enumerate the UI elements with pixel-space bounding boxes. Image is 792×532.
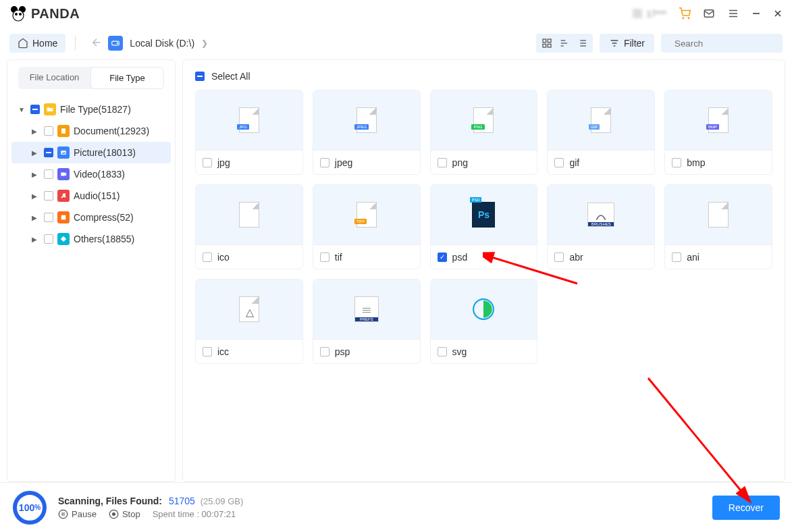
format-card-jpg[interactable]: JPGjpg [195,90,303,175]
format-card-psd[interactable]: PsPSDpsd [430,184,538,269]
format-checkbox[interactable] [672,158,681,167]
format-card-icc[interactable]: icc [195,279,303,364]
stop-button[interactable]: Stop [109,509,140,519]
format-checkbox[interactable] [320,158,329,167]
format-checkbox[interactable] [320,252,329,262]
tab-file-location[interactable]: File Location [18,67,90,89]
checkbox[interactable] [44,148,53,157]
pause-button[interactable]: Pause [58,509,97,519]
tab-file-type[interactable]: File Type [90,67,164,89]
filter-icon [609,38,620,49]
filter-label: Filter [624,38,645,49]
format-checkbox[interactable] [438,347,447,356]
format-checkbox[interactable] [672,252,681,262]
format-card-gif[interactable]: GIFgif [547,90,655,175]
svg-point-42 [64,196,66,198]
sidebar: File Location File Type ▼ File Type(5182… [7,59,176,482]
tree-item-document[interactable]: ▶ Document(12923) [11,120,171,142]
expander-icon[interactable]: ▶ [32,236,40,243]
document-icon [57,125,70,137]
cart-icon[interactable] [679,7,691,20]
user-info: 17*** [633,9,666,19]
format-card-abr[interactable]: BRUSHESabr [547,184,655,269]
checkbox[interactable] [30,105,40,114]
back-button[interactable] [85,34,108,53]
list-view-icon[interactable] [577,38,587,49]
format-checkbox[interactable] [554,252,564,262]
home-button[interactable]: Home [9,34,65,53]
format-label: png [452,157,468,168]
svg-marker-44 [61,236,66,242]
tree-item-others[interactable]: ▶ Others(18855) [11,228,171,250]
others-icon [57,233,70,245]
expander-icon[interactable]: ▶ [32,128,40,135]
checkbox[interactable] [44,169,53,179]
expander-icon[interactable]: ▶ [32,171,40,178]
format-card-png[interactable]: PNGpng [430,90,538,175]
progress-circle: 100% [12,490,47,525]
tree-label: Document(12923) [74,126,149,136]
filter-button[interactable]: Filter [600,34,654,53]
checkbox[interactable] [44,234,53,244]
format-label: ico [217,252,230,263]
divider [75,36,76,51]
mail-icon[interactable] [703,7,715,20]
format-checkbox[interactable] [203,158,212,167]
grid-view-icon[interactable] [542,38,552,49]
tree-root[interactable]: ▼ File Type(51827) [11,99,171,120]
menu-icon[interactable] [727,7,739,20]
close-button[interactable] [773,9,783,18]
format-card-ico[interactable]: ico [195,184,303,269]
format-card-jpeg[interactable]: JPEGjpeg [313,90,421,175]
expander-icon[interactable]: ▶ [32,214,40,221]
picture-icon [57,147,70,159]
expander-icon[interactable]: ▶ [32,149,40,157]
breadcrumb[interactable]: Local Disk (D:\) ❯ [108,36,208,51]
tree-item-video[interactable]: ▶ Video(1833) [11,163,171,185]
checkbox[interactable] [44,126,53,136]
format-label: abr [569,252,583,263]
svg-marker-40 [65,173,66,176]
select-all-checkbox[interactable] [195,72,205,81]
tree-label: Picture(18013) [74,147,136,158]
format-card-bmp[interactable]: BMPbmp [664,90,772,175]
format-card-psp[interactable]: PREFSpsp [313,279,421,364]
search-box[interactable] [661,34,783,53]
svg-marker-45 [246,310,254,317]
svg-point-7 [688,18,689,19]
format-card-tif[interactable]: TIFFtif [313,184,421,269]
view-mode-group[interactable] [536,34,593,53]
checkbox[interactable] [44,191,53,201]
format-label: ani [687,252,699,263]
format-label: tif [335,252,342,263]
format-checkbox[interactable] [438,252,447,262]
search-input[interactable] [675,38,789,49]
select-all-row[interactable]: Select All [195,71,772,82]
format-checkbox[interactable] [203,252,212,262]
svg-point-2 [13,10,24,21]
format-card-ani[interactable]: ani [664,184,772,269]
found-size: (25.09 GB) [201,496,244,506]
format-checkbox[interactable] [320,347,329,356]
expander-icon[interactable]: ▼ [18,106,26,113]
svg-rect-5 [633,9,642,18]
sort-icon[interactable] [559,38,570,49]
format-checkbox[interactable] [203,347,212,356]
tree-item-audio[interactable]: ▶ Audio(151) [11,185,171,207]
spent-time: Spent time : 00:07:21 [153,509,236,519]
recover-button[interactable]: Recover [712,496,780,520]
format-checkbox[interactable] [438,158,447,167]
minimize-button[interactable] [751,9,761,18]
content-area: Select All JPGjpgJPEGjpegPNGpngGIFgifBMP… [182,59,785,482]
checkbox[interactable] [44,213,53,222]
pause-icon [58,509,68,519]
svg-rect-18 [543,39,546,43]
audio-icon [57,190,70,202]
tree-item-compress[interactable]: ▶ Compress(52) [11,207,171,228]
format-card-svg[interactable]: svg [430,279,538,364]
expander-icon[interactable]: ▶ [32,192,40,200]
tree-item-picture[interactable]: ▶ Picture(18013) [11,142,171,163]
video-icon [57,168,70,180]
format-checkbox[interactable] [554,158,564,167]
stop-icon [109,509,119,519]
